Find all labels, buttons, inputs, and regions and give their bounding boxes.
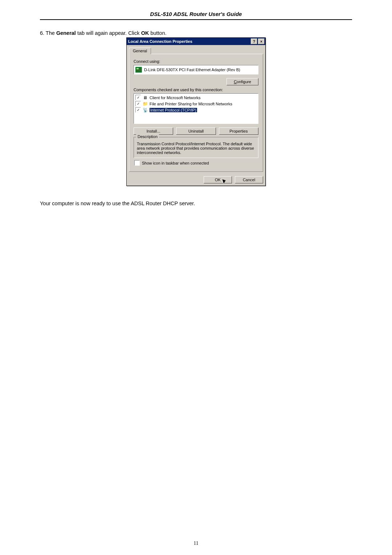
dialog-titlebar: Local Area Connection Properties ? × (127, 38, 265, 45)
connect-using-label: Connect using: (134, 59, 258, 64)
component-label: File and Printer Sharing for Microsoft N… (150, 102, 232, 106)
components-listbox[interactable]: 🖥 Client for Microsoft Networks 📁 File a… (134, 93, 258, 124)
uninstall-button[interactable]: Uninstall (176, 127, 216, 135)
client-icon: 🖥 (142, 95, 148, 100)
ok-button[interactable]: OK (204, 176, 232, 183)
show-icon-checkbox[interactable] (134, 160, 140, 166)
description-groupbox: Description Transmission Control Protoco… (134, 137, 258, 158)
header-rule (40, 19, 352, 20)
description-text: Transmission Control Protocol/Internet P… (137, 142, 255, 155)
configure-button[interactable]: Configure (226, 78, 258, 85)
properties-dialog: Local Area Connection Properties ? × Gen… (126, 37, 266, 186)
tab-general[interactable]: General (129, 48, 151, 54)
properties-button[interactable]: Properties (219, 127, 258, 135)
instr-suffix: button. (149, 30, 166, 36)
instr-bold-general: General (56, 30, 76, 36)
tab-panel-general: Connect using: D-Link DFE-530TX PCI Fast… (129, 54, 263, 172)
share-icon: 📁 (142, 101, 148, 106)
checkbox-icon[interactable] (135, 95, 141, 100)
nic-icon (135, 67, 142, 73)
adapter-field: D-Link DFE-530TX PCI Fast Ethernet Adapt… (134, 65, 258, 74)
protocol-icon: 📡 (142, 108, 148, 113)
help-button[interactable]: ? (251, 39, 257, 44)
cancel-button[interactable]: Cancel (235, 176, 263, 183)
close-button[interactable]: × (258, 39, 265, 44)
instr-bold-ok: OK (141, 30, 149, 36)
page-header-title: DSL-510 ADSL Router User's Guide (40, 11, 352, 19)
list-item[interactable]: 🖥 Client for Microsoft Networks (135, 94, 257, 101)
instr-prefix: 6. The (40, 30, 56, 36)
instr-mid: tab will again appear. Click (76, 30, 141, 36)
page-number: 11 (0, 540, 392, 546)
dialog-title: Local Area Connection Properties (128, 39, 192, 44)
list-item[interactable]: 📡 Internet Protocol (TCP/IP) (135, 107, 257, 113)
show-icon-row[interactable]: Show icon in taskbar when connected (134, 160, 258, 166)
step-instruction: 6. The General tab will again appear. Cl… (40, 30, 352, 36)
install-button[interactable]: Install... (134, 127, 173, 135)
description-legend: Description (136, 134, 159, 139)
list-item[interactable]: 📁 File and Printer Sharing for Microsoft… (135, 101, 257, 107)
show-icon-label: Show icon in taskbar when connected (142, 161, 209, 165)
tab-strip: General (127, 45, 265, 54)
component-label-selected: Internet Protocol (TCP/IP) (150, 108, 197, 112)
components-label: Components checked are used by this conn… (134, 88, 258, 92)
configure-label: onfigure (237, 80, 251, 84)
closing-text: Your computer is now ready to use the AD… (40, 200, 352, 206)
component-label: Client for Microsoft Networks (150, 96, 201, 100)
adapter-name: D-Link DFE-530TX PCI Fast Ethernet Adapt… (144, 68, 240, 72)
checkbox-icon[interactable] (135, 107, 141, 113)
checkbox-icon[interactable] (135, 101, 141, 106)
